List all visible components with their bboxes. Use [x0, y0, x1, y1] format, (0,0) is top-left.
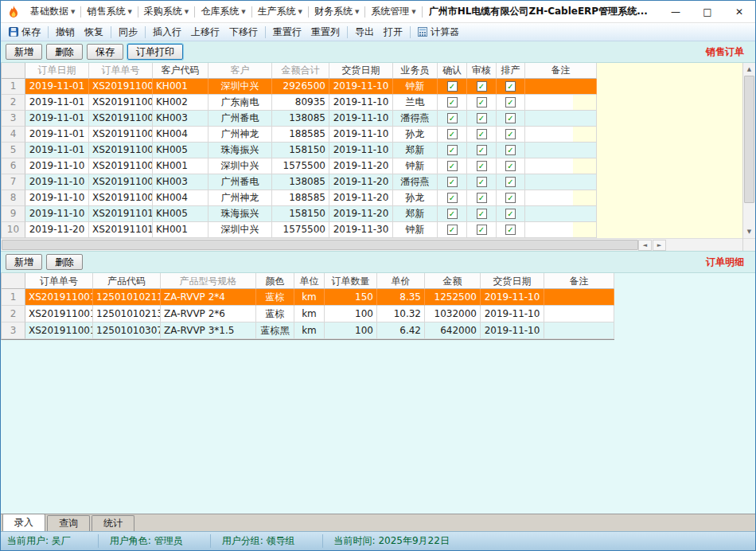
cell[interactable]: 2019-11-20 — [329, 206, 393, 222]
cell[interactable]: 2019-11-10 — [329, 79, 393, 95]
toolbar-item-3-0[interactable]: 插入行 — [148, 24, 186, 41]
orders-button-0[interactable]: 新增 — [6, 44, 42, 60]
maximize-button[interactable]: □ — [692, 1, 723, 22]
tab-0[interactable]: 录入 — [2, 514, 45, 531]
cell[interactable]: ✓ — [497, 222, 525, 238]
table-row[interactable]: 12019-11-01XS201911001KH001深圳中兴292650020… — [2, 79, 573, 95]
cell[interactable]: 深圳中兴 — [208, 222, 272, 238]
checkbox[interactable]: ✓ — [477, 161, 487, 171]
cell[interactable]: XS201911001 — [89, 79, 153, 95]
cell[interactable] — [525, 127, 597, 143]
cell[interactable]: ✓ — [467, 158, 497, 174]
cell[interactable]: 郑新 — [393, 206, 438, 222]
cell[interactable]: 广州神龙 — [208, 190, 272, 206]
checkbox[interactable]: ✓ — [505, 81, 516, 92]
cell[interactable]: 钟新 — [393, 79, 438, 95]
cell[interactable]: 2019-11-10 — [329, 111, 393, 127]
cell[interactable] — [525, 143, 597, 158]
cell[interactable]: ✓ — [438, 111, 467, 127]
cell[interactable] — [525, 158, 597, 174]
cell[interactable]: ✓ — [497, 127, 525, 143]
cell[interactable]: ✓ — [438, 206, 467, 222]
checkbox[interactable]: ✓ — [477, 81, 487, 92]
cell[interactable] — [525, 206, 597, 222]
cell[interactable]: 2926500 — [272, 79, 329, 95]
table-row[interactable]: 42019-11-01XS201911004KH004广州神龙188585201… — [2, 127, 573, 143]
minimize-button[interactable]: — — [660, 1, 692, 22]
cell[interactable]: km — [294, 306, 325, 322]
cell[interactable]: 2019-11-10 — [25, 206, 89, 222]
cell[interactable]: 12501010213 — [93, 306, 161, 322]
checkbox[interactable]: ✓ — [447, 81, 458, 92]
cell[interactable]: 孙龙 — [393, 190, 438, 206]
checkbox[interactable]: ✓ — [477, 113, 487, 123]
toolbar-item-3-2[interactable]: 下移行 — [224, 24, 263, 41]
cell[interactable]: XS201911011 — [89, 222, 153, 238]
orders-button-2[interactable]: 保存 — [87, 44, 123, 60]
table-row[interactable]: 52019-11-01XS201911005KH005珠海振兴158150201… — [2, 143, 573, 158]
row-number-cell[interactable]: 2 — [2, 306, 25, 322]
table-row[interactable]: 22019-11-01XS201911002KH002广东南电809352019… — [2, 95, 573, 111]
cell[interactable]: ✓ — [438, 95, 467, 111]
cell[interactable] — [544, 289, 614, 306]
cell[interactable]: ✓ — [497, 158, 525, 174]
checkbox[interactable]: ✓ — [477, 193, 487, 203]
row-number-cell[interactable]: 7 — [2, 174, 25, 190]
scroll-down-button[interactable]: ▼ — [743, 225, 755, 238]
cell[interactable]: 2019-11-20 — [329, 174, 393, 190]
close-button[interactable]: ✕ — [723, 1, 755, 22]
cell[interactable]: 钟新 — [393, 158, 438, 174]
row-number-cell[interactable]: 9 — [2, 206, 25, 222]
cell[interactable]: ✓ — [467, 174, 497, 190]
cell[interactable]: XS201911003 — [89, 111, 153, 127]
checkbox[interactable]: ✓ — [505, 97, 516, 107]
cell[interactable]: XS201911001 — [25, 306, 93, 322]
details-button-0[interactable]: 新增 — [6, 254, 42, 270]
checkbox[interactable]: ✓ — [505, 161, 516, 171]
horizontal-scrollbar[interactable]: ◄ ► — [1, 238, 742, 251]
cell[interactable]: ✓ — [438, 190, 467, 206]
cell[interactable]: 158150 — [272, 143, 329, 158]
checkbox[interactable]: ✓ — [505, 113, 516, 123]
cell[interactable]: ✓ — [438, 158, 467, 174]
checkbox[interactable]: ✓ — [447, 145, 458, 155]
checkbox[interactable]: ✓ — [447, 177, 458, 187]
toolbar-item-4-0[interactable]: 重置行 — [268, 24, 306, 41]
menu-item-5[interactable]: 财务系统▼ — [309, 1, 364, 22]
table-row[interactable]: 102019-11-20XS201911011KH001深圳中兴15755002… — [2, 222, 573, 238]
details-button-1[interactable]: 删除 — [46, 254, 83, 270]
cell[interactable]: ZA-RVVP 2*4 — [161, 289, 256, 306]
toolbar-item-0-0[interactable]: 保存 — [4, 24, 45, 41]
row-number-cell[interactable]: 8 — [2, 190, 25, 206]
toolbar-item-3-1[interactable]: 上移行 — [186, 24, 224, 41]
row-number-cell[interactable]: 1 — [2, 79, 25, 95]
cell[interactable] — [525, 111, 597, 127]
cell[interactable]: 1575500 — [272, 222, 329, 238]
cell[interactable]: 2019-11-01 — [25, 143, 89, 158]
cell[interactable]: 广州神龙 — [208, 127, 272, 143]
cell[interactable]: XS201911006 — [89, 158, 153, 174]
checkbox[interactable]: ✓ — [505, 225, 516, 235]
checkbox[interactable]: ✓ — [447, 97, 458, 107]
orders-button-1[interactable]: 删除 — [46, 44, 83, 60]
cell[interactable]: KH004 — [153, 127, 208, 143]
cell[interactable]: ✓ — [438, 174, 467, 190]
cell[interactable]: ✓ — [467, 127, 497, 143]
row-number-cell[interactable]: 1 — [2, 289, 25, 306]
cell[interactable]: 广州番电 — [208, 111, 272, 127]
orders-button-3[interactable]: 订单打印 — [127, 44, 183, 60]
cell[interactable]: 蓝棕 — [256, 289, 294, 306]
cell[interactable]: 潘得燕 — [393, 111, 438, 127]
cell[interactable]: ✓ — [467, 79, 497, 95]
cell[interactable]: 188585 — [272, 127, 329, 143]
cell[interactable]: 蓝棕黑 — [256, 322, 294, 339]
cell[interactable]: 158150 — [272, 206, 329, 222]
toolbar-item-1-1[interactable]: 恢复 — [80, 24, 108, 41]
cell[interactable]: ✓ — [497, 190, 525, 206]
vscrollbar-thumb[interactable] — [744, 76, 754, 203]
cell[interactable]: 12501010211 — [93, 289, 161, 306]
cell[interactable]: 2019-11-01 — [25, 79, 89, 95]
cell[interactable]: 钟新 — [393, 222, 438, 238]
cell[interactable]: 2019-11-20 — [329, 158, 393, 174]
toolbar-item-5-0[interactable]: 导出 — [350, 24, 379, 41]
